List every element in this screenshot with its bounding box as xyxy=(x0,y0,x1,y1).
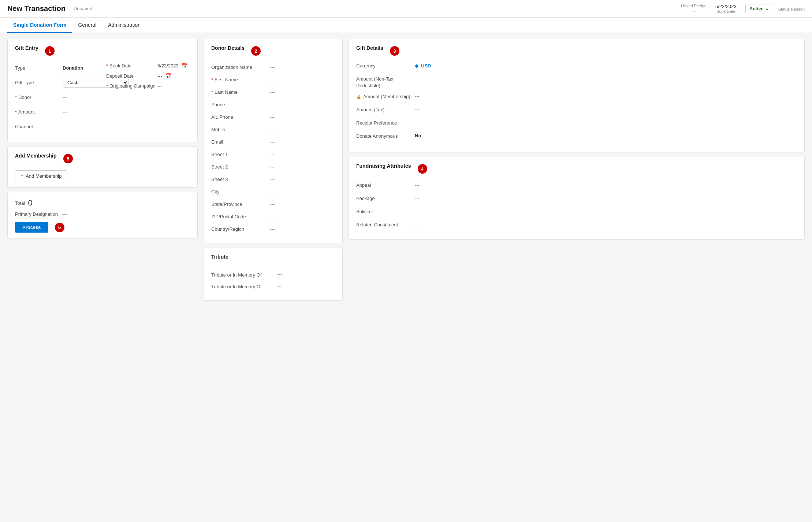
solicitor-label: Solicitor xyxy=(356,209,415,214)
deposit-date-value: --- 📅 xyxy=(157,73,190,79)
chevron-down-icon: ⌄ xyxy=(765,6,769,11)
tribute-header: Tribute xyxy=(211,254,335,266)
amount-membership-value: --- xyxy=(415,93,797,99)
donor-field-row: Street 2 --- xyxy=(211,162,335,171)
tribute-field-label: Tribute or In Memory Of xyxy=(211,283,277,290)
solicitor-value: --- xyxy=(415,209,797,214)
donate-anonymous-label: Donate Anonymous xyxy=(356,133,415,140)
fundraising-title: Fundraising Attributes xyxy=(356,163,411,169)
header-right: Linked Pledge --- 5/22/2023 Book Date Ac… xyxy=(681,4,805,14)
primary-designation-value: --- xyxy=(62,211,67,217)
donor-field-value: --- xyxy=(270,64,335,70)
currency-label: Currency xyxy=(356,63,415,69)
donor-field-label: Street 3 xyxy=(211,177,270,182)
gift-entry-left-col: Type Donation Gift Type Cash Check Credi… xyxy=(15,63,99,136)
badge-5: 5 xyxy=(63,154,73,163)
donor-field-label: Street 2 xyxy=(211,164,270,170)
amount-tax-value: --- xyxy=(415,107,797,112)
tab-administration[interactable]: Administration xyxy=(102,18,146,33)
channel-label: Channel xyxy=(15,124,63,129)
donor-details-title: Donor Details xyxy=(211,45,245,51)
donor-field-value: --- xyxy=(270,226,335,232)
middle-column: Donor Details 2 Organization Name --- * … xyxy=(204,39,343,516)
header-left: New Transaction - Unsaved xyxy=(7,4,92,13)
gift-entry-inner: Type Donation Gift Type Cash Check Credi… xyxy=(15,63,190,136)
tab-general[interactable]: General xyxy=(72,18,102,33)
primary-designation-label: Primary Designation xyxy=(15,211,58,217)
donor-field-row: Country/Region --- xyxy=(211,225,335,233)
add-membership-button-label: Add Membership xyxy=(26,173,62,179)
currency-icon: ◆ xyxy=(415,63,419,69)
book-date-calendar-icon[interactable]: 📅 xyxy=(182,63,188,69)
donor-field-value: --- xyxy=(270,214,335,219)
donor-field-value: --- xyxy=(270,152,335,157)
donor-field-label: State/Province xyxy=(211,201,270,207)
lock-icon: 🔒 xyxy=(356,95,361,99)
donor-field-label: Organization Name xyxy=(211,64,270,70)
tribute-field-label: Tribute or In Memory Of xyxy=(211,271,277,279)
originating-campaign-value: --- xyxy=(157,83,190,89)
donor-field-value: --- xyxy=(270,102,335,107)
process-button[interactable]: Process xyxy=(15,222,48,233)
appeal-label: Appeal xyxy=(356,182,415,188)
add-membership-card: Add Membership 5 + Add Membership xyxy=(7,147,198,188)
unsaved-indicator: - Unsaved xyxy=(71,6,92,11)
tabs-bar: Single Donation Form General Administrat… xyxy=(0,18,812,33)
donor-details-card: Donor Details 2 Organization Name --- * … xyxy=(204,39,343,243)
amount-row: * Amount --- xyxy=(15,107,99,117)
tribute-field-value: --- xyxy=(277,283,335,289)
donate-anonymous-row: Donate Anonymous No xyxy=(356,133,797,142)
fundraising-header: Fundraising Attributes 4 xyxy=(356,163,797,175)
donor-required-marker: * xyxy=(15,95,17,100)
donor-field-label: Country/Region xyxy=(211,226,270,232)
linked-pledge-label: Linked Pledge xyxy=(681,4,707,8)
appeal-row: Appeal --- xyxy=(356,181,797,189)
add-membership-button[interactable]: + Add Membership xyxy=(15,170,67,181)
appeal-value: --- xyxy=(415,182,797,188)
add-membership-title: Add Membership xyxy=(15,153,57,159)
donor-field-row: ZIP/Postal Code --- xyxy=(211,212,335,221)
book-date-value-form: 5/22/2023 📅 xyxy=(157,63,190,69)
donor-field-label: Alt. Phone xyxy=(211,114,270,120)
total-label-text: Total xyxy=(15,200,25,206)
book-date-meta: 5/22/2023 Book Date xyxy=(715,4,737,14)
type-label: Type xyxy=(15,65,63,71)
status-dropdown[interactable]: Active ⌄ xyxy=(745,4,773,13)
donor-field-label: ZIP/Postal Code xyxy=(211,214,270,219)
donor-field-value: --- xyxy=(270,189,335,195)
donor-value: --- xyxy=(63,95,99,100)
header: New Transaction - Unsaved Linked Pledge … xyxy=(0,0,812,18)
donor-details-header: Donor Details 2 xyxy=(211,45,335,57)
donor-field-label: Email xyxy=(211,139,270,145)
package-value: --- xyxy=(415,196,797,201)
donor-field-label: Street 1 xyxy=(211,152,270,157)
package-label: Package xyxy=(356,196,415,201)
tab-single-donation-form[interactable]: Single Donation Form xyxy=(7,18,72,33)
donate-anonymous-value: No xyxy=(415,133,797,138)
add-membership-header: Add Membership 5 xyxy=(15,153,190,164)
badge-2: 2 xyxy=(251,46,261,56)
book-date-row: * Book Date 5/22/2023 📅 xyxy=(106,63,190,69)
page-title: New Transaction xyxy=(7,4,66,13)
gift-entry-title: Gift Entry xyxy=(15,45,38,51)
main-content: Gift Entry 1 Type Donation Gift Type Cas… xyxy=(0,33,812,522)
amount-label: * Amount xyxy=(15,109,63,115)
donor-field-label: * Last Name xyxy=(211,89,270,95)
gift-entry-header: Gift Entry 1 xyxy=(15,45,190,57)
gift-entry-right-col: * Book Date 5/22/2023 📅 Deposit Date ---… xyxy=(106,63,190,136)
badge-6: 6 xyxy=(55,223,64,232)
plus-icon: + xyxy=(21,173,23,179)
originating-campaign-row: * Originating Campaign --- xyxy=(106,83,190,89)
donor-field-row: Phone --- xyxy=(211,100,335,109)
donor-field-row: City --- xyxy=(211,187,335,196)
receipt-preference-row: Receipt Preference --- xyxy=(356,120,797,129)
deposit-date-calendar-icon[interactable]: 📅 xyxy=(165,73,171,79)
amount-tax-label: Amount (Tax) xyxy=(356,107,415,113)
gift-type-label: Gift Type xyxy=(15,80,63,85)
primary-designation-row: Primary Designation --- xyxy=(15,211,190,217)
amount-value: --- xyxy=(63,109,99,115)
related-constituent-value: --- xyxy=(415,222,797,227)
badge-3: 3 xyxy=(390,46,399,56)
gift-details-title: Gift Details xyxy=(356,45,383,51)
related-constituent-row: Related Constituent --- xyxy=(356,220,797,229)
